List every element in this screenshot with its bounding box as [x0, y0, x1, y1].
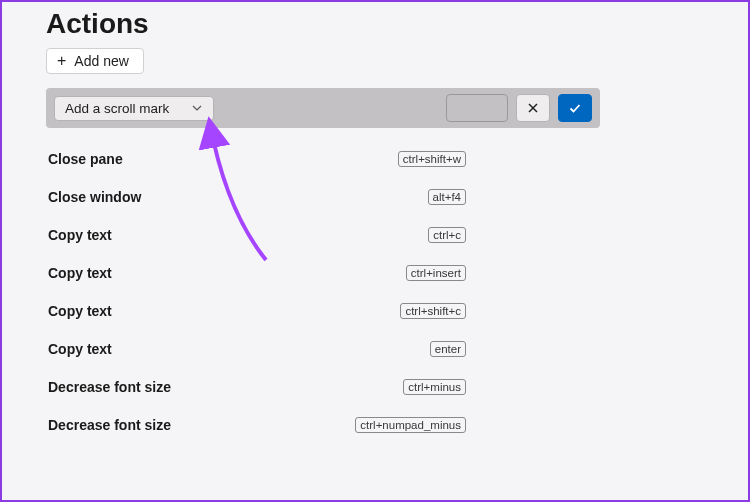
dropdown-value: Add a scroll mark [65, 101, 169, 116]
close-icon [527, 102, 539, 114]
shortcut-key: ctrl+shift+c [400, 303, 466, 319]
action-label: Copy text [48, 341, 112, 357]
shortcut-key: ctrl+numpad_minus [355, 417, 466, 433]
action-row[interactable]: Decrease font sizectrl+numpad_minus [46, 406, 466, 444]
add-new-button[interactable]: + Add new [46, 48, 144, 74]
shortcut-key: ctrl+minus [403, 379, 466, 395]
shortcut-key: ctrl+insert [406, 265, 466, 281]
action-row[interactable]: Copy textctrl+c [46, 216, 466, 254]
shortcut-key: alt+f4 [428, 189, 466, 205]
action-label: Close pane [48, 151, 123, 167]
plus-icon: + [57, 53, 66, 69]
action-row[interactable]: Copy textenter [46, 330, 466, 368]
action-row[interactable]: Close panectrl+shift+w [46, 140, 466, 178]
action-dropdown[interactable]: Add a scroll mark [54, 96, 214, 121]
page-title: Actions [46, 8, 748, 40]
shortcut-input[interactable] [446, 94, 508, 122]
action-label: Copy text [48, 227, 112, 243]
action-label: Decrease font size [48, 417, 171, 433]
action-label: Close window [48, 189, 141, 205]
action-row[interactable]: Decrease font sizectrl+minus [46, 368, 466, 406]
action-row[interactable]: Close windowalt+f4 [46, 178, 466, 216]
action-row[interactable]: Copy textctrl+insert [46, 254, 466, 292]
shortcut-key: enter [430, 341, 466, 357]
action-label: Decrease font size [48, 379, 171, 395]
action-row[interactable]: Copy textctrl+shift+c [46, 292, 466, 330]
check-icon [568, 101, 582, 115]
shortcut-key: ctrl+shift+w [398, 151, 466, 167]
action-list: Close panectrl+shift+wClose windowalt+f4… [46, 140, 748, 444]
chevron-down-icon [191, 102, 203, 114]
action-label: Copy text [48, 303, 112, 319]
cancel-button[interactable] [516, 94, 550, 122]
action-edit-row: Add a scroll mark [46, 88, 600, 128]
shortcut-key: ctrl+c [428, 227, 466, 243]
action-label: Copy text [48, 265, 112, 281]
actions-panel: Actions + Add new Add a scroll mark Clos… [2, 2, 748, 444]
confirm-button[interactable] [558, 94, 592, 122]
add-new-label: Add new [74, 53, 128, 69]
